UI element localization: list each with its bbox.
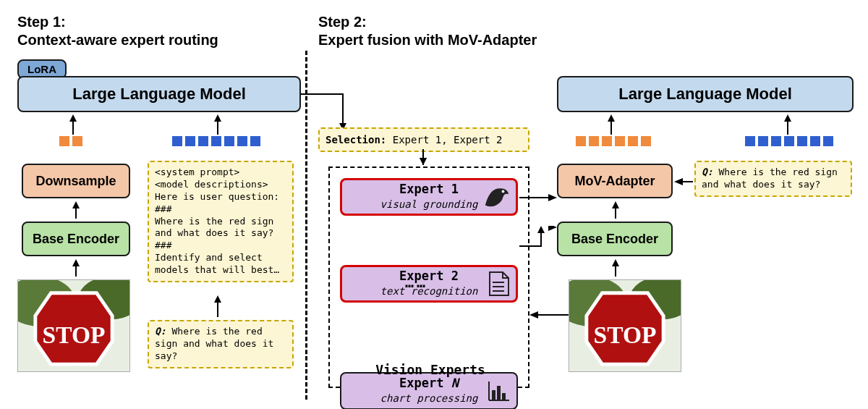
tokens-blue-step1 <box>172 136 260 146</box>
expert-n: Expert Nchart processing <box>340 372 518 409</box>
svg-marker-24 <box>420 158 427 165</box>
step1-title: Step 1: Context-aware expert routing <box>17 13 218 49</box>
arrow-encoder-to-mov <box>610 201 621 219</box>
svg-marker-20 <box>784 114 791 122</box>
arrow-img-to-encoder-step1 <box>71 259 81 277</box>
svg-marker-5 <box>72 201 80 208</box>
svg-marker-18 <box>608 114 615 122</box>
arrow-q-to-mov <box>674 177 694 187</box>
arrow-down-to-llm-left <box>68 114 78 135</box>
arrow-img-to-experts <box>529 310 570 320</box>
chart-icon <box>488 380 511 402</box>
llm-step2: Large Language Model <box>557 76 854 112</box>
arrow-q-to-prompt <box>213 295 223 317</box>
svg-text:STOP: STOP <box>594 321 657 348</box>
svg-marker-15 <box>214 295 221 303</box>
document-icon <box>488 271 510 297</box>
svg-marker-37 <box>548 226 557 231</box>
svg-point-25 <box>502 190 505 193</box>
svg-rect-31 <box>492 390 495 400</box>
arrow-down-to-llm-right <box>213 114 223 135</box>
system-prompt-box: <system prompt> <model descriptions> Her… <box>148 161 294 282</box>
tokens-orange-step1 <box>59 136 82 146</box>
svg-text:STOP: STOP <box>43 321 106 348</box>
svg-marker-36 <box>537 226 545 233</box>
arrow-exp2-to-mov <box>519 226 561 275</box>
input-image-step2: STOP <box>569 279 681 372</box>
question-box-step2: Q: Where is the red sign and what does i… <box>694 161 852 197</box>
arrow-img-to-encoder-step2 <box>610 259 621 277</box>
downsample-box: Downsample <box>22 164 130 198</box>
tokens-blue-step2 <box>745 136 833 146</box>
svg-marker-43 <box>529 311 538 319</box>
svg-marker-39 <box>612 201 619 208</box>
expert-2: Expert 2text recognition <box>340 265 518 303</box>
question-box-step1: Q: Where is the red sign and what does i… <box>148 320 294 368</box>
base-encoder-step2: Base Encoder <box>557 222 673 256</box>
eagle-icon <box>482 184 510 210</box>
mov-adapter: MoV-Adapter <box>557 164 673 198</box>
svg-marker-3 <box>214 114 221 122</box>
input-image-step1: STOP <box>17 279 130 372</box>
arrow-encoder-to-downsample <box>71 201 81 219</box>
expert-1: Expert 1visual grounding <box>340 178 518 216</box>
tokens-mixed-step2 <box>576 136 651 146</box>
svg-marker-7 <box>72 259 80 266</box>
experts-ellipsis: …… <box>405 274 428 291</box>
vision-experts-label: Vision Experts <box>369 362 492 377</box>
svg-rect-32 <box>497 386 501 400</box>
arrow-selection-to-experts <box>418 148 428 165</box>
svg-rect-33 <box>502 393 506 400</box>
base-encoder-step1: Base Encoder <box>22 222 130 256</box>
svg-marker-51 <box>674 178 683 185</box>
step2-title: Step 2: Expert fusion with MoV-Adapter <box>318 13 537 49</box>
arrow-q-to-llm-step2 <box>783 114 793 135</box>
svg-marker-41 <box>612 259 619 266</box>
svg-marker-1 <box>69 114 77 122</box>
llm-step1: Large Language Model <box>17 76 301 112</box>
arrow-mov-to-llm <box>606 114 616 135</box>
arrow-exp1-to-mov <box>519 193 557 203</box>
svg-marker-35 <box>548 194 557 201</box>
